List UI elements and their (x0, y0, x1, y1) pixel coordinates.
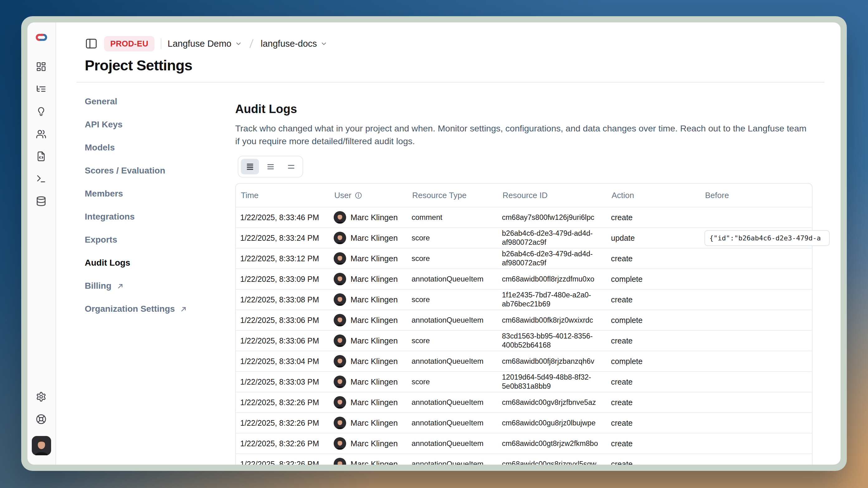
table-row: 1/22/2025, 8:32:26 PM Marc Klingen annot… (236, 412, 812, 433)
audit-logs-table: Time User Resource Type (235, 183, 812, 465)
user-name: Marc Klingen (350, 274, 398, 284)
cell-user: Marc Klingen (329, 273, 407, 285)
dashboard-icon[interactable] (36, 61, 47, 72)
cell-resource-type: score (407, 336, 498, 345)
settings-nav-item-general[interactable]: General (85, 97, 235, 106)
column-header-resource-id: Resource ID (498, 191, 607, 200)
terminal-icon[interactable] (36, 173, 47, 184)
settings-nav-item-integrations[interactable]: Integrations (85, 212, 235, 221)
divider (161, 38, 161, 49)
chevron-down-icon (235, 40, 242, 47)
user-avatar-icon (334, 437, 346, 450)
cell-resource-id: cm68awidb00fl8rjzzdfmu0xo (498, 275, 607, 284)
cell-user: Marc Klingen (329, 417, 407, 429)
cell-action: create (607, 398, 700, 407)
table-row: 1/22/2025, 8:33:09 PM Marc Klingen annot… (236, 268, 812, 289)
user-avatar-icon (334, 252, 346, 265)
table-row: 1/22/2025, 8:33:06 PM Marc Klingen score… (236, 330, 812, 351)
settings-nav-item-audit-logs[interactable]: Audit Logs (85, 258, 235, 267)
cell-resource-type: annotationQueueItem (407, 439, 498, 448)
section-description: Track who changed what in your project a… (235, 122, 808, 148)
row-height-large-button[interactable] (282, 159, 300, 174)
breadcrumb-project[interactable]: langfuse-docs (261, 39, 328, 49)
sidebar-toggle-icon[interactable] (85, 37, 98, 50)
cell-resource-type: score (407, 378, 498, 386)
langfuse-logo[interactable] (35, 31, 48, 43)
lightbulb-icon[interactable] (36, 106, 47, 117)
breadcrumb-org-label: Langfuse Demo (167, 39, 231, 49)
cell-resource-id: cm68awidc00gs8rjzgyxl5sqw (498, 460, 607, 465)
cell-time: 1/22/2025, 8:33:12 PM (236, 254, 329, 263)
settings-nav-item-scores-evaluation[interactable]: Scores / Evaluation (85, 166, 235, 175)
cell-resource-id: b26ab4c6-d2e3-479d-ad4d-af980072ac9f (498, 250, 607, 267)
table-row: 1/22/2025, 8:33:46 PM Marc Klingen comme… (236, 207, 812, 227)
table-row: 1/22/2025, 8:33:06 PM Marc Klingen annot… (236, 310, 812, 330)
cell-user: Marc Klingen (329, 376, 407, 388)
user-name: Marc Klingen (350, 316, 398, 325)
cell-action: complete (607, 275, 700, 284)
user-name: Marc Klingen (350, 398, 398, 408)
cell-time: 1/22/2025, 8:33:46 PM (236, 213, 329, 222)
column-header-time: Time (236, 191, 329, 200)
cell-resource-type: score (407, 295, 498, 304)
row-height-toggle (238, 156, 303, 177)
settings-nav-item-organization-settings[interactable]: Organization Settings (85, 304, 235, 314)
tracing-tree-icon[interactable] (36, 84, 47, 95)
user-name: Marc Klingen (350, 377, 398, 387)
env-badge[interactable]: PROD-EU (104, 36, 155, 52)
settings-nav-item-models[interactable]: Models (85, 143, 235, 152)
user-name: Marc Klingen (350, 336, 398, 346)
row-height-small-button[interactable] (241, 159, 259, 174)
cell-action: create (607, 213, 700, 222)
table-row: 1/22/2025, 8:33:24 PM Marc Klingen score… (236, 227, 812, 248)
cell-action: update (607, 234, 700, 242)
breadcrumb-org[interactable]: Langfuse Demo (167, 39, 242, 49)
user-avatar-icon (334, 232, 346, 244)
settings-nav-item-members[interactable]: Members (85, 189, 235, 198)
cell-resource-id: b26ab4c6-d2e3-479d-ad4d-af980072ac9f (498, 229, 607, 247)
cell-user: Marc Klingen (329, 334, 407, 347)
table-row: 1/22/2025, 8:32:26 PM Marc Klingen annot… (236, 392, 812, 412)
row-height-medium-button[interactable] (261, 159, 279, 174)
external-link-icon (117, 282, 124, 290)
cell-user: Marc Klingen (329, 232, 407, 244)
user-name: Marc Klingen (350, 233, 398, 243)
info-icon[interactable] (354, 192, 362, 199)
user-name: Marc Klingen (350, 357, 398, 366)
before-value-box[interactable]: {"id":"b26ab4c6-d2e3-479d-a (705, 230, 830, 246)
settings-nav-item-api-keys[interactable]: API Keys (85, 120, 235, 129)
cell-time: 1/22/2025, 8:32:26 PM (236, 439, 329, 448)
icon-sidebar (27, 23, 56, 465)
user-name: Marc Klingen (350, 459, 398, 465)
cell-action: create (607, 439, 700, 448)
column-header-before: Before (700, 191, 812, 200)
cell-resource-type: comment (407, 213, 498, 222)
main-content: PROD-EU Langfuse Demo langfuse-docs Proj… (56, 23, 841, 465)
settings-nav-item-billing[interactable]: Billing (85, 281, 235, 291)
app-frame: PROD-EU Langfuse Demo langfuse-docs Proj… (27, 23, 841, 465)
cell-resource-id: cm68awidc00gu8rjz0lbujwpe (498, 419, 607, 428)
cell-before: {"id":"b26ab4c6-d2e3-479d-a (700, 230, 834, 246)
table-row: 1/22/2025, 8:33:08 PM Marc Klingen score… (236, 289, 812, 310)
settings-nav-item-exports[interactable]: Exports (85, 235, 235, 245)
cell-user: Marc Klingen (329, 458, 407, 465)
user-avatar-icon (334, 314, 346, 326)
user-avatar[interactable] (32, 436, 51, 455)
user-avatar-icon (334, 273, 346, 285)
table-row: 1/22/2025, 8:33:04 PM Marc Klingen annot… (236, 351, 812, 371)
users-icon[interactable] (36, 128, 47, 139)
support-lifebuoy-icon[interactable] (36, 414, 47, 425)
user-avatar-icon (334, 376, 346, 388)
table-row: 1/22/2025, 8:32:26 PM Marc Klingen annot… (236, 433, 812, 453)
cell-time: 1/22/2025, 8:32:26 PM (236, 419, 329, 428)
cell-time: 1/22/2025, 8:33:03 PM (236, 378, 329, 387)
settings-gear-icon[interactable] (36, 391, 47, 402)
database-icon[interactable] (36, 196, 47, 207)
rail-nav (36, 61, 47, 207)
cell-resource-type: score (407, 234, 498, 242)
user-name: Marc Klingen (350, 418, 398, 428)
cell-resource-type: annotationQueueItem (407, 275, 498, 283)
cell-user: Marc Klingen (329, 355, 407, 367)
file-code-icon[interactable] (36, 151, 47, 162)
cell-time: 1/22/2025, 8:33:24 PM (236, 234, 329, 242)
